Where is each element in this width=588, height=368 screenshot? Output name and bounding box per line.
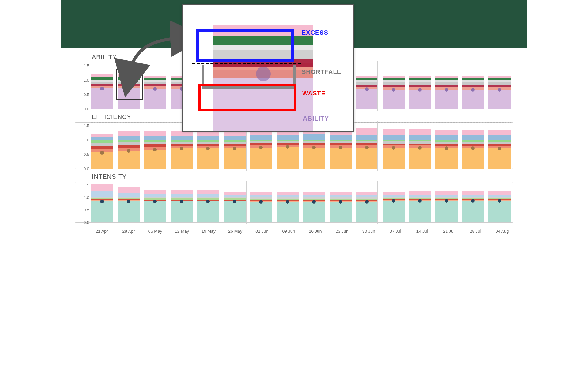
bar-segment [488,191,511,195]
bar-column [91,182,113,222]
bar-segment [462,76,484,78]
bar-segment [462,80,484,82]
bar-segment [277,202,299,222]
bar-segment [250,143,272,145]
bar-segment [435,148,458,169]
bar-segment [383,144,405,145]
dot-marker [180,147,183,150]
bar-column [303,182,325,222]
bar-segment [118,198,140,200]
bar-segment [383,197,405,198]
bar-segment [118,140,140,142]
bar-segment [462,148,484,169]
x-tick: 04 Aug [491,227,513,235]
y-tick: 0.5 [84,92,89,97]
bar-segment [224,142,246,144]
x-tick: 07 Jul [384,227,406,235]
bar-segment [435,76,458,78]
y-tick: 1.5 [84,123,89,128]
bar-segment [303,134,325,140]
bar-segment [171,194,193,197]
dot-marker [286,145,289,149]
bar-column [118,182,140,222]
bar-column [383,182,405,222]
dot-marker [127,149,130,153]
bar-segment [383,76,405,78]
bar-segment [356,143,378,145]
bar-segment [435,80,458,82]
bar-segment [197,136,219,140]
x-tick: 28 Jul [464,227,487,235]
bar-segment [409,144,431,145]
bar-segment [250,192,272,195]
bar-segment [435,197,458,198]
bar-segment [197,142,219,144]
bar-segment [144,76,166,78]
dot-marker [392,88,395,92]
bar-column [330,182,352,222]
bar-segment [435,144,458,145]
bar-segment [383,141,405,143]
callout-label-waste: WASTE [302,90,326,97]
bar-segment [118,136,140,140]
bar-column [435,182,458,222]
bar-segment [118,193,140,197]
dot-marker [233,147,236,150]
bar-segment [250,141,272,143]
bar-segment [224,144,246,146]
y-tick: 1.5 [84,63,89,68]
bar-segment [435,142,458,144]
bar-segment [224,201,246,222]
panel-title-intensity: INTENSITY [92,173,513,180]
bar-column [118,123,140,169]
bar-segment [435,130,458,136]
dot-marker [445,199,448,203]
bar-segment [462,197,484,198]
dot-marker [498,147,501,150]
bar-segment [197,144,219,146]
x-tick: 21 Apr [91,227,113,235]
dot-marker [392,199,395,203]
bar-segment [356,192,378,195]
bar-segment [91,77,113,80]
bar-column [409,182,431,222]
x-tick: 19 May [198,227,220,235]
bar-column [488,63,511,109]
bar-segment [303,143,325,145]
y-tick: 0.0 [84,220,89,225]
bar-segment [435,195,458,197]
x-tick: 09 Jun [277,227,300,235]
callout-excess-box [196,29,294,62]
plot-intensity: 0.00.51.01.5 [75,182,513,223]
bar-segment [409,80,431,82]
bar-segment [462,82,484,85]
bar-segment [118,201,140,222]
bar-segment [356,76,378,78]
bar-segment [409,195,431,197]
bar-segment [224,148,246,169]
bar-segment [171,144,193,146]
y-tick: 0.5 [84,152,89,157]
callout-arrow-icon [118,31,186,74]
dot-marker [418,146,422,150]
x-tick: 02 Jun [251,227,273,235]
dot-marker [498,199,501,203]
bar-segment [91,198,113,200]
bar-segment [144,140,166,142]
y-tick: 1.0 [84,78,89,82]
bar-segment [435,82,458,85]
y-tick: 0.5 [84,208,89,212]
bar-segment [462,130,484,136]
bar-segment [144,84,166,86]
bar-column [171,182,193,222]
bar-segment [91,146,113,149]
bar-segment [330,197,352,199]
bar-segment [91,88,113,109]
bar-segment [144,78,166,80]
bar-segment [277,195,299,197]
bar-segment [277,192,299,195]
bar-segment [462,144,484,145]
bar-segment [303,148,325,169]
bar-column [144,182,166,222]
dot-marker [445,146,448,150]
